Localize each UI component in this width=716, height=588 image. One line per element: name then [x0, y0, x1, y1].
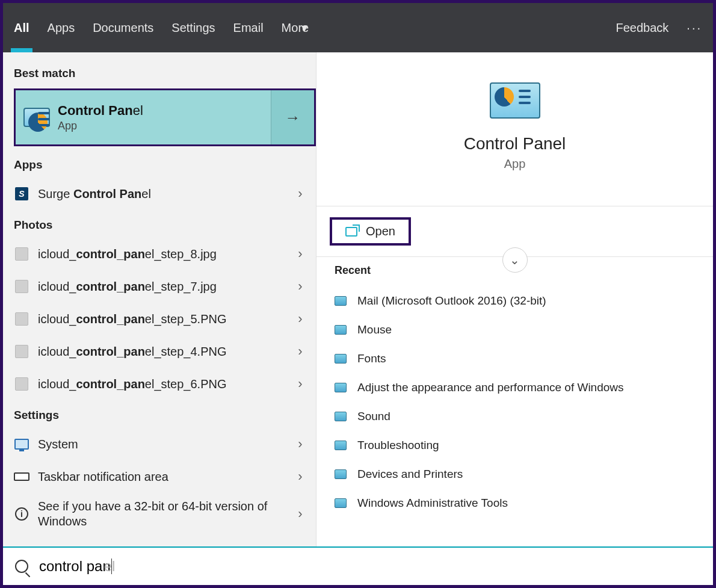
result-label: icloud_control_panel_step_7.jpg — [38, 280, 280, 294]
recent-item-label: Troubleshooting — [357, 439, 439, 452]
tab-email[interactable]: Email — [233, 3, 264, 52]
feedback-link[interactable]: Feedback — [616, 3, 668, 52]
monitor-icon — [14, 439, 29, 450]
recent-item[interactable]: Troubleshooting — [335, 431, 695, 460]
chevron-right-icon: › — [288, 246, 312, 262]
recent-item[interactable]: Fonts — [335, 344, 695, 373]
surge-icon: S — [14, 186, 29, 202]
tab-settings[interactable]: Settings — [171, 3, 215, 52]
open-button-label: Open — [366, 224, 395, 238]
control-panel-item-icon — [335, 441, 347, 450]
file-icon — [14, 344, 29, 359]
photo-result-row[interactable]: icloud_control_panel_step_7.jpg › — [3, 270, 316, 303]
section-heading-apps: Apps — [3, 150, 316, 178]
recent-item-label: Sound — [357, 410, 390, 423]
best-match-subtitle: App — [58, 120, 271, 132]
result-label: See if you have a 32-bit or 64-bit versi… — [38, 499, 280, 529]
settings-result-row[interactable]: i See if you have a 32-bit or 64-bit ver… — [3, 493, 316, 535]
photo-result-row[interactable]: icloud_control_panel_step_5.PNG › — [3, 303, 316, 335]
control-panel-icon — [490, 82, 540, 119]
taskbar-icon — [14, 472, 29, 481]
chevron-right-icon: › — [288, 436, 312, 452]
chevron-right-icon: › — [288, 376, 312, 392]
windows-search-window: All Apps Documents Settings Email More ▾… — [3, 3, 713, 585]
preview-title: Control Panel — [464, 134, 566, 153]
file-icon — [14, 311, 29, 327]
recent-item[interactable]: Sound — [335, 402, 695, 431]
result-label: icloud_control_panel_step_8.jpg — [38, 247, 280, 261]
section-heading-photos: Photos — [3, 210, 316, 238]
control-panel-item-icon — [335, 412, 347, 421]
photo-result-row[interactable]: icloud_control_panel_step_6.PNG › — [3, 368, 316, 400]
recent-item-label: Mail (Microsoft Outlook 2016) (32-bit) — [357, 294, 546, 308]
tab-documents[interactable]: Documents — [93, 3, 153, 52]
preview-subtitle: App — [504, 157, 526, 171]
preview-pane: Control Panel App Open ⌄ Recent Mail ( — [316, 52, 713, 546]
recent-item[interactable]: Adjust the appearance and performance of… — [335, 373, 695, 402]
recent-item-label: Windows Administrative Tools — [357, 497, 508, 510]
recent-item[interactable]: Devices and Printers — [335, 460, 695, 489]
arrow-right-icon: → — [285, 108, 301, 127]
control-panel-item-icon — [335, 498, 347, 508]
chevron-down-icon: ▾ — [298, 20, 307, 35]
search-input[interactable]: control panel — [39, 558, 115, 575]
search-results-pane: Best match Control Panel App → Apps — [3, 52, 316, 546]
recent-item-label: Mouse — [357, 323, 392, 336]
open-external-icon — [345, 227, 357, 237]
result-label: Surge Control Panel — [38, 187, 280, 201]
control-panel-item-icon — [335, 383, 347, 392]
recent-item[interactable]: Windows Administrative Tools — [335, 489, 695, 518]
control-panel-item-icon — [335, 469, 347, 479]
control-panel-item-icon — [335, 325, 347, 335]
tab-all[interactable]: All — [14, 3, 29, 52]
recent-item-label: Devices and Printers — [357, 468, 463, 481]
settings-result-row[interactable]: System › — [3, 428, 316, 460]
recent-item[interactable]: Mouse — [335, 315, 695, 344]
control-panel-item-icon — [335, 354, 347, 364]
best-match-result[interactable]: Control Panel App → — [14, 88, 316, 146]
chevron-down-icon: ⌄ — [510, 253, 520, 267]
chevron-right-icon: › — [288, 186, 312, 202]
expand-actions-button[interactable]: ⌄ — [502, 247, 528, 273]
chevron-right-icon: › — [288, 469, 312, 484]
more-options-button[interactable]: ··· — [687, 21, 702, 35]
search-scope-tabbar: All Apps Documents Settings Email More ▾… — [3, 3, 713, 52]
tab-more[interactable]: More ▾ — [282, 3, 307, 52]
settings-result-row[interactable]: Taskbar notification area › — [3, 460, 316, 493]
section-heading-best-match: Best match — [3, 58, 316, 86]
best-match-expand-button[interactable]: → — [271, 90, 314, 144]
control-panel-item-icon — [335, 296, 347, 306]
result-label: icloud_control_panel_step_5.PNG — [38, 312, 280, 326]
result-label: System — [38, 437, 280, 452]
open-button[interactable]: Open — [330, 217, 411, 246]
result-label: Taskbar notification area — [38, 469, 280, 484]
chevron-right-icon: › — [288, 279, 312, 294]
chevron-right-icon: › — [288, 344, 312, 359]
info-icon: i — [15, 507, 28, 521]
file-icon — [14, 376, 29, 392]
file-icon — [14, 246, 29, 262]
recent-item-label: Adjust the appearance and performance of… — [357, 381, 624, 394]
apps-result-row[interactable]: S Surge Control Panel › — [3, 178, 316, 210]
recent-item[interactable]: Mail (Microsoft Outlook 2016) (32-bit) — [335, 286, 695, 315]
result-label: icloud_control_panel_step_6.PNG — [38, 377, 280, 391]
result-label: icloud_control_panel_step_4.PNG — [38, 345, 280, 359]
control-panel-icon — [16, 108, 58, 127]
tab-apps[interactable]: Apps — [48, 3, 75, 52]
search-bar: control panel — [3, 546, 713, 585]
photo-result-row[interactable]: icloud_control_panel_step_8.jpg › — [3, 238, 316, 270]
section-heading-settings: Settings — [3, 400, 316, 428]
recent-item-label: Fonts — [357, 352, 386, 365]
chevron-right-icon: › — [288, 506, 312, 522]
photo-result-row[interactable]: icloud_control_panel_step_4.PNG › — [3, 335, 316, 368]
best-match-title: Control Panel — [58, 103, 271, 119]
search-input-suggestion: el — [104, 558, 116, 575]
file-icon — [14, 279, 29, 294]
search-icon — [15, 560, 28, 573]
search-input-value: control pan — [39, 558, 111, 575]
chevron-right-icon: › — [288, 311, 312, 327]
